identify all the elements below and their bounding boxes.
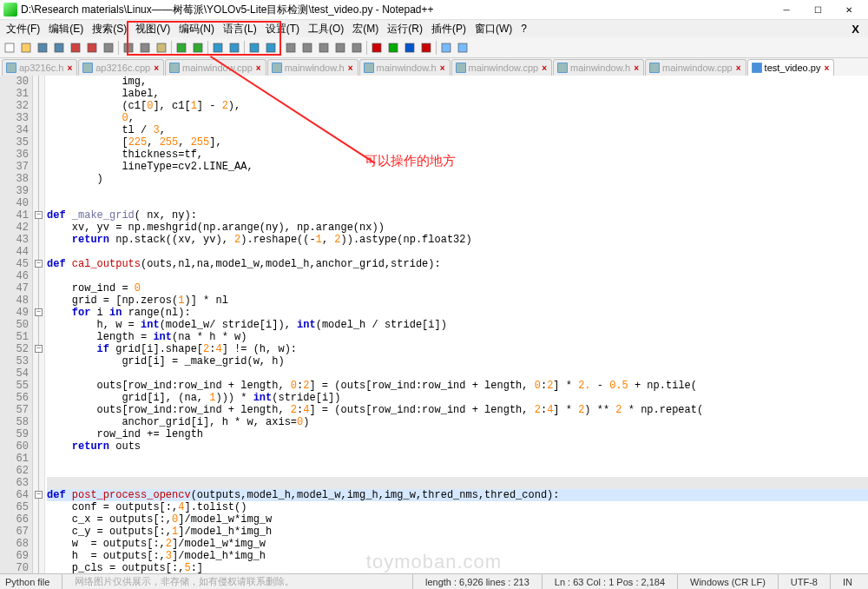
code-line[interactable]	[47, 367, 868, 380]
menu-item-9[interactable]: 运行(R)	[383, 21, 427, 37]
wrap-icon[interactable]	[283, 40, 299, 56]
code-line[interactable]: h = outputs[:,3]/model_h*img_h	[47, 550, 868, 562]
tab-mainwindow-cpp[interactable]: mainwindow.cpp×	[451, 59, 553, 76]
tab-close-icon[interactable]: ×	[66, 63, 73, 73]
menu-item-4[interactable]: 编码(N)	[174, 21, 219, 37]
code-line[interactable]: c_y = outputs[:,1]/model_h*img_h	[47, 526, 868, 538]
menu-item-0[interactable]: 文件(F)	[2, 21, 44, 37]
code-line[interactable]: def cal_outputs(outs,nl,na,model_w,model…	[47, 258, 868, 270]
code-line[interactable]: length = int(na * h * w)	[47, 331, 868, 343]
allchars-icon[interactable]	[299, 40, 315, 56]
code-line[interactable]: return np.stack((xv, yv), 2).reshape((-1…	[47, 234, 868, 246]
fold-toggle-icon[interactable]: −	[35, 211, 43, 219]
tab-close-icon[interactable]: ×	[153, 63, 160, 73]
code-line[interactable]	[47, 477, 868, 489]
save-icon[interactable]	[35, 40, 50, 56]
tab-close-icon[interactable]: ×	[633, 63, 640, 73]
menu-item-5[interactable]: 语言(L)	[219, 21, 261, 37]
code-line[interactable]: p_cls = outputs[:,5:]	[47, 562, 868, 573]
code-line[interactable]	[47, 197, 868, 209]
menu-item-2[interactable]: 搜索(S)	[88, 21, 131, 37]
fold-icon[interactable]	[332, 40, 348, 56]
code-line[interactable]	[47, 270, 868, 282]
undo-icon[interactable]	[174, 40, 189, 56]
menu-item-6[interactable]: 设置(T)	[261, 21, 304, 37]
code-line[interactable]: if grid[i].shape[2:4] != (h, w):	[47, 343, 868, 355]
code-line[interactable]: thickness=tf,	[47, 149, 868, 161]
print-icon[interactable]	[101, 40, 116, 56]
tab-close-icon[interactable]: ×	[255, 63, 262, 73]
menu-right-x[interactable]: X	[852, 23, 859, 36]
find-icon[interactable]	[210, 40, 226, 56]
menu-item-11[interactable]: 窗口(W)	[470, 21, 516, 37]
menu-item-3[interactable]: 视图(V)	[131, 21, 174, 37]
tab-close-icon[interactable]: ×	[541, 63, 548, 73]
cut-icon[interactable]	[121, 40, 136, 56]
tab-mainwindow-h[interactable]: mainwindow.h×	[553, 59, 644, 76]
zoomout-icon[interactable]	[263, 40, 279, 56]
code-line[interactable]	[47, 465, 868, 477]
code-line[interactable]: lineType=cv2.LINE_AA,	[47, 161, 868, 173]
code-line[interactable]	[47, 185, 868, 197]
macro2-icon[interactable]	[455, 40, 470, 56]
code-line[interactable]	[47, 453, 868, 465]
code-line[interactable]: anchor_grid[i], h * w, axis=0)	[47, 416, 868, 428]
code-line[interactable]: w = outputs[:,2]/model_w*img_w	[47, 538, 868, 550]
code-line[interactable]: outs[row_ind:row_ind + length, 0:2] = (o…	[47, 380, 868, 392]
paste-icon[interactable]	[154, 40, 169, 56]
playrec-icon[interactable]	[418, 40, 434, 56]
copy-icon[interactable]	[137, 40, 153, 56]
code-area[interactable]: img, label, (c1[0], c1[1] - 2), 0, tl / …	[45, 76, 868, 573]
stop-icon[interactable]	[402, 40, 418, 56]
macro1-icon[interactable]	[438, 40, 454, 56]
fold-column[interactable]: −−−−−−	[33, 76, 45, 573]
code-line[interactable]: def post_process_opencv(outputs,model_h,…	[47, 489, 868, 501]
zoomin-icon[interactable]	[247, 40, 262, 56]
code-line[interactable]: 0,	[47, 112, 868, 124]
unfold-icon[interactable]	[349, 40, 365, 56]
play-icon[interactable]	[385, 40, 401, 56]
tab-close-icon[interactable]: ×	[823, 63, 830, 73]
tab-close-icon[interactable]: ×	[347, 63, 354, 73]
code-line[interactable]: conf = outputs[:,4].tolist()	[47, 501, 868, 513]
code-line[interactable]	[47, 246, 868, 258]
code-line[interactable]: label,	[47, 88, 868, 100]
tab-close-icon[interactable]: ×	[439, 63, 446, 73]
fold-toggle-icon[interactable]: −	[35, 345, 43, 353]
code-line[interactable]: grid = [np.zeros(1)] * nl	[47, 294, 868, 307]
code-line[interactable]: xv, yv = np.meshgrid(np.arange(ny), np.a…	[47, 222, 868, 234]
code-line[interactable]: for i in range(nl):	[47, 307, 868, 319]
fold-toggle-icon[interactable]: −	[35, 491, 43, 499]
tab-close-icon[interactable]: ×	[735, 63, 742, 73]
menu-item-12[interactable]: ?	[516, 22, 531, 36]
code-line[interactable]: c_x = outputs[:,0]/model_w*img_w	[47, 513, 868, 526]
code-line[interactable]: outs[row_ind:row_ind + length, 2:4] = (o…	[47, 404, 868, 416]
indent-icon[interactable]	[316, 40, 332, 56]
tab-ap3216c-h[interactable]: ap3216c.h×	[2, 59, 77, 76]
fold-toggle-icon[interactable]: −	[35, 260, 43, 268]
code-line[interactable]: tl / 3,	[47, 124, 868, 136]
close-button[interactable]: ✕	[833, 0, 865, 19]
tab-ap3216c-cpp[interactable]: ap3216c.cpp×	[78, 59, 164, 76]
replace-icon[interactable]	[227, 40, 242, 56]
code-line[interactable]: grid[i], (na, 1))) * int(stride[i])	[47, 392, 868, 404]
tab-mainwindow-cpp[interactable]: mainwindow.cpp×	[645, 59, 746, 76]
code-line[interactable]: img,	[47, 76, 868, 88]
code-line[interactable]: grid[i] = _make_grid(w, h)	[47, 355, 868, 367]
tab-mainwindow-cpp[interactable]: mainwindow.cpp×	[165, 59, 266, 76]
code-line[interactable]: return outs	[47, 440, 868, 453]
code-line[interactable]: h, w = int(model_w/ stride[i]), int(mode…	[47, 319, 868, 331]
code-line[interactable]: row_ind += length	[47, 428, 868, 440]
tab-mainwindow-h[interactable]: mainwindow.h×	[267, 59, 358, 76]
open-icon[interactable]	[18, 40, 34, 56]
close-icon[interactable]	[68, 40, 83, 56]
closeall-icon[interactable]	[84, 40, 100, 56]
menu-item-1[interactable]: 编辑(E)	[44, 21, 88, 37]
tab-test_video-py[interactable]: test_video.py×	[747, 59, 835, 76]
code-line[interactable]: (c1[0], c1[1] - 2),	[47, 100, 868, 112]
code-line[interactable]: row_ind = 0	[47, 282, 868, 294]
tab-mainwindow-h[interactable]: mainwindow.h×	[359, 59, 450, 76]
fold-toggle-icon[interactable]: −	[35, 308, 43, 316]
code-line[interactable]: def _make_grid( nx, ny):	[47, 209, 868, 222]
menu-item-7[interactable]: 工具(O)	[304, 21, 348, 37]
